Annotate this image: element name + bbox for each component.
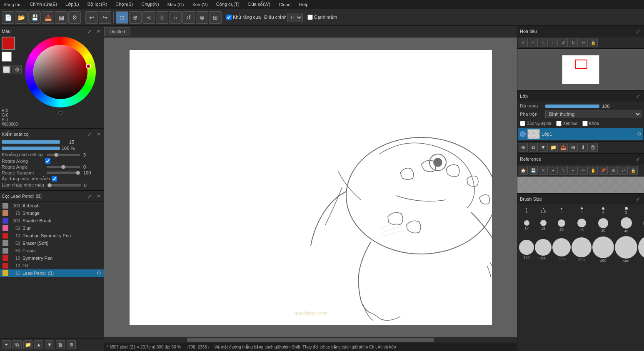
navigator-preview-image[interactable] <box>562 55 599 84</box>
menu-capture[interactable]: Chụp(N) <box>140 1 160 8</box>
canvas-viewport[interactable]: ▶ hoc3giay.com <box>104 37 517 337</box>
extra-tool[interactable]: ⊞ <box>209 11 222 24</box>
brush-size-slider[interactable] <box>2 140 60 144</box>
brush-list-item[interactable]: 15 Lead Pencil (B) ⚙ <box>0 269 104 277</box>
antialias-checkbox[interactable] <box>226 15 232 20</box>
ref-pin[interactable]: 📌 <box>599 166 608 175</box>
copy-layer-btn[interactable]: ⧉ <box>529 143 538 152</box>
hue-indicator[interactable] <box>58 111 62 115</box>
brush-size-expand[interactable]: ⤢ <box>634 195 642 203</box>
rotate-random-slider[interactable] <box>47 172 80 174</box>
scrollbar-thumb[interactable] <box>187 338 434 342</box>
brush-list-item[interactable]: 70 Smudge <box>0 209 104 217</box>
brush-size-item[interactable]: 1 <box>519 208 534 214</box>
menu-help[interactable]: Help <box>297 1 310 8</box>
clip-label[interactable]: Xén bớt <box>556 121 577 126</box>
foreground-swatch[interactable] <box>2 37 15 50</box>
brush-size-item[interactable]: 30 <box>592 218 614 233</box>
brush-size-item[interactable]: 50 <box>638 217 644 234</box>
save-button[interactable]: 💾 <box>28 11 41 24</box>
delete-layer-btn[interactable]: 🗑 <box>589 143 598 152</box>
layer-panel-expand[interactable]: ⤢ <box>634 92 642 100</box>
rotate-angle-slider[interactable] <box>47 166 80 168</box>
brush-size-item[interactable]: 1.5 <box>535 208 552 214</box>
brush-size-item[interactable]: 4 <box>592 207 614 214</box>
brush-folder-button[interactable]: 📁 <box>23 340 32 349</box>
smooth-checkbox-label[interactable]: Cạnh mềm <box>307 15 337 20</box>
redo-button[interactable]: ↪ <box>99 11 111 24</box>
brush-list-item[interactable]: 50 Blur <box>0 224 104 232</box>
brush-list-item[interactable]: 100 Airbrush <box>0 202 104 209</box>
brush-size-item[interactable]: 200 <box>552 238 571 261</box>
canvas-drawing-area[interactable]: ▶ hoc3giay.com <box>130 50 492 325</box>
brush-active-settings[interactable]: ⚙ <box>97 270 101 276</box>
menu-window[interactable]: Cửa sổ(W) <box>246 1 272 8</box>
menu-color[interactable]: Màu (C) <box>166 1 186 8</box>
menu-layer[interactable]: Lớp(L) <box>64 1 81 8</box>
adjust-select[interactable]: 0 <box>287 13 303 22</box>
brush-size-item[interactable]: 25 <box>572 219 592 232</box>
export-layer-btn[interactable]: 📤 <box>559 143 568 152</box>
nav-rotate-right[interactable]: ↻ <box>569 38 578 47</box>
canvas-tab-untitled[interactable]: Untitled <box>104 27 130 36</box>
brush-size-item[interactable]: 7 <box>638 207 644 215</box>
brush-size-item[interactable]: 500 <box>615 236 637 263</box>
brush-list-item[interactable]: 50 Eraser (Soft) <box>0 239 104 247</box>
ref-flip[interactable]: ⇄ <box>619 166 628 175</box>
color-panel-close[interactable]: ✕ <box>95 27 102 35</box>
ref-lock[interactable]: 🔒 <box>629 166 638 175</box>
ref-save[interactable]: 💾 <box>529 166 538 175</box>
brush-size-item[interactable]: 40 <box>615 217 637 233</box>
brush-spacing-slider[interactable] <box>47 154 80 156</box>
grid-button[interactable]: ▦ <box>55 11 67 24</box>
brush-list-item[interactable]: 10 Rotation Symmetry Pen <box>0 232 104 239</box>
transform-tool[interactable]: ⊗ <box>196 11 208 24</box>
color-tool-1[interactable]: ⬜ <box>2 65 11 74</box>
delete-brush-button[interactable]: 🗑 <box>56 340 65 349</box>
brush-size-item[interactable]: 2 <box>552 208 571 214</box>
ref-zoom-out[interactable]: − <box>569 166 578 175</box>
ref-home[interactable]: 🏠 <box>519 166 528 175</box>
brush-panel-expand[interactable]: ⤢ <box>85 130 93 138</box>
brush-list-expand[interactable]: ⤢ <box>85 192 93 200</box>
menu-file[interactable]: Sáng tác <box>2 1 23 8</box>
antialias-checkbox-label[interactable]: Khử răng cưa <box>226 15 261 20</box>
rotate-along-checkbox[interactable] <box>45 158 50 164</box>
menu-select[interactable]: Chọn(S) <box>114 1 135 8</box>
nav-fit[interactable]: ⤡ <box>539 38 548 47</box>
brush-size-item[interactable]: 3 <box>572 207 592 214</box>
color-tool-2[interactable]: ⚙ <box>12 65 22 74</box>
brush-up-button[interactable]: ▲ <box>34 340 43 349</box>
ref-embed[interactable]: ⊞ <box>609 166 618 175</box>
layer-group-btn[interactable]: ⊞ <box>569 143 578 152</box>
nav-flip[interactable]: ⇄ <box>579 38 588 47</box>
brush-list-close[interactable]: ✕ <box>95 192 102 200</box>
brush-size-item[interactable]: 12 <box>519 220 534 230</box>
new-brush-button[interactable]: + <box>2 340 11 349</box>
color-panel-expand[interactable]: ⤢ <box>85 27 93 35</box>
ref-hand[interactable]: ✋ <box>589 166 598 175</box>
menu-filter[interactable]: Bộ lọc(R) <box>86 1 109 8</box>
protect-alpha-label[interactable]: Bảo vệ alpha <box>520 121 551 126</box>
lock-checkbox[interactable] <box>582 121 588 126</box>
reference-expand[interactable]: ⤢ <box>634 155 642 163</box>
brush-list-item[interactable]: 50 Eraser <box>0 247 104 254</box>
menu-tool[interactable]: Công cụ(T) <box>215 1 241 8</box>
nav-zoom-in[interactable]: + <box>519 38 528 47</box>
blend-select[interactable]: Bình thường <box>545 110 642 118</box>
menu-edit[interactable]: Chỉnh sửa(E) <box>28 1 59 8</box>
export-button[interactable]: 📤 <box>42 11 54 24</box>
settings-button[interactable]: ⚙ <box>68 11 81 24</box>
layer-down-btn[interactable]: ▼ <box>539 143 548 152</box>
menu-view[interactable]: Xem(V) <box>190 1 209 8</box>
color-wheel-inner[interactable] <box>33 45 87 99</box>
layer-item-1[interactable]: Lớp1 ⚙ <box>518 128 643 140</box>
selection-tool[interactable]: ◻ <box>116 11 128 24</box>
brush-opacity-slider[interactable] <box>2 147 60 150</box>
rotate-tool[interactable]: ↺ <box>182 11 195 24</box>
ellipse-tool[interactable]: ○ <box>169 11 182 24</box>
brush-size-item[interactable]: 700 <box>638 236 644 264</box>
layer-visibility-btn[interactable] <box>520 131 526 137</box>
ref-zoom-in[interactable]: + <box>549 166 558 175</box>
opacity-slider[interactable] <box>545 105 599 108</box>
